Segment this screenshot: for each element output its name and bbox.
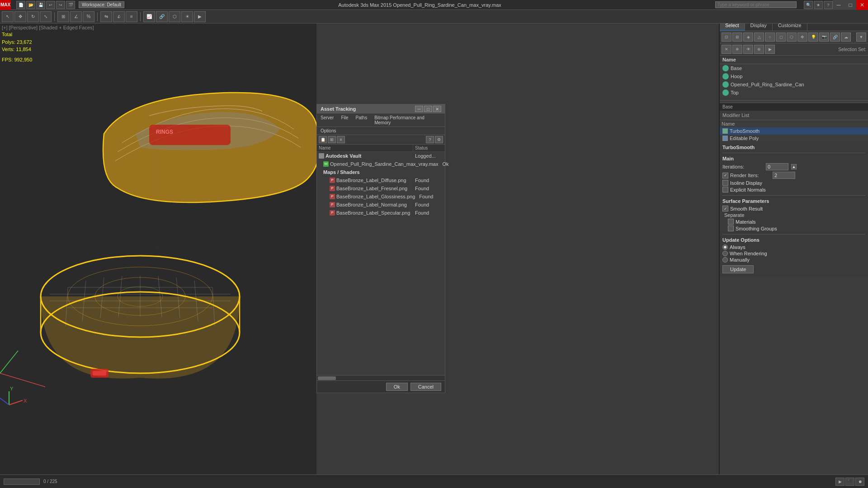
snap-toggle-icon[interactable]: ⊞ [57, 11, 69, 22]
at-hscrollbar[interactable] [317, 375, 445, 380]
workspace-label[interactable]: Workspace: Default [79, 1, 124, 8]
ts-smoothing-checkbox[interactable] [728, 225, 734, 231]
sfs-icon-3[interactable]: ◈ [743, 33, 753, 42]
at-minimize-btn[interactable]: ─ [415, 106, 423, 112]
scene-item-hoop[interactable]: Hoop [720, 72, 868, 80]
at-scrollbar-thumb[interactable] [318, 376, 336, 380]
sfs-icon-filter[interactable]: ▼ [856, 33, 866, 42]
open-icon[interactable]: 📂 [26, 1, 35, 9]
at-tool-icon-1[interactable]: 📋 [319, 136, 327, 143]
new-icon[interactable]: 📄 [16, 1, 25, 9]
sfs-icon-10[interactable]: 📷 [819, 33, 829, 42]
ts-update-button[interactable]: Update [722, 265, 754, 273]
at-tool-icon-3[interactable]: ≡ [337, 136, 345, 143]
viewport-3d[interactable]: RINGS X Y [0, 23, 316, 474]
at-close-btn[interactable]: ✕ [433, 106, 441, 112]
bottom-record-icon[interactable]: ⏺ [855, 478, 864, 486]
sfs-icon-11[interactable]: 🔗 [830, 33, 840, 42]
sfs-icon-5[interactable]: ○ [765, 33, 775, 42]
ts-renderiters-checkbox[interactable] [722, 173, 728, 178]
ts-iterations-input[interactable] [766, 163, 788, 170]
at-tool-icon-2[interactable]: ⊞ [328, 136, 336, 143]
move-tool-icon[interactable]: ✥ [14, 11, 26, 22]
ts-materials-checkbox[interactable] [728, 219, 734, 225]
scene-item-pullring[interactable]: Opened_Pull_Ring_Sardine_Can [720, 80, 868, 89]
curve-editor-icon[interactable]: 📈 [143, 11, 155, 22]
at-options-item[interactable]: Options [319, 128, 338, 134]
stats-fps: FPS: 992,950 [2, 56, 32, 64]
sfs-icon-6[interactable]: ◻ [776, 33, 786, 42]
redo-icon[interactable]: ↪ [56, 1, 65, 9]
maximize-button[interactable]: □ [844, 0, 856, 10]
search-input[interactable] [715, 1, 797, 8]
sfs-all-icon[interactable]: ⊕ [754, 45, 764, 54]
ts-iterations-row: Iterations: ▲ [722, 163, 865, 170]
at-row-diffuse[interactable]: P BaseBronze_Label_Diffuse.png Found [317, 176, 445, 184]
sfs-icon-1[interactable]: ⊡ [722, 33, 731, 42]
at-cancel-button[interactable]: Cancel [410, 383, 441, 391]
at-ok-button[interactable]: Ok [386, 383, 408, 391]
scene-items-list: Base Hoop Opened_Pull_Ring_Sardine_Can T… [720, 64, 868, 97]
at-row-maps[interactable]: Maps / Shaders [317, 168, 445, 176]
sfs-freeze-icon[interactable]: ❄ [732, 45, 742, 54]
sfs-icon-9[interactable]: 💡 [808, 33, 818, 42]
layer-icon[interactable]: ≡ [126, 11, 137, 22]
help-search-icon[interactable]: 🔍 [804, 1, 813, 9]
window-controls: ─ □ ✕ [833, 0, 868, 10]
at-row-normal[interactable]: P BaseBronze_Label_Normal.png Found [317, 201, 445, 209]
sfs-hide-icon[interactable]: 👁 [743, 45, 753, 54]
ts-always-radio[interactable] [722, 244, 728, 250]
percent-snap-icon[interactable]: % [83, 11, 94, 22]
sfs-icon-2[interactable]: ⊞ [732, 33, 742, 42]
select-tool-icon[interactable]: ↖ [2, 11, 14, 22]
scene-item-base[interactable]: Base [720, 64, 868, 72]
sfs-icon-12[interactable]: ☁ [841, 33, 851, 42]
ts-renderiters-input[interactable] [773, 172, 795, 179]
scale-tool-icon[interactable]: ⤡ [40, 11, 52, 22]
at-row-specular[interactable]: P BaseBronze_Label_Specular.png Found [317, 209, 445, 217]
sfs-close-icon[interactable]: ✕ [722, 45, 731, 54]
at-tool-icon-settings[interactable]: ⚙ [435, 136, 443, 143]
ts-manually-radio[interactable] [722, 257, 728, 263]
sfs-icon-8[interactable]: ✥ [797, 33, 807, 42]
at-menu-bitmap[interactable]: Bitmap Performance and Memory [373, 115, 443, 126]
ts-explicit-checkbox[interactable] [722, 187, 728, 192]
mod-item-edpoly[interactable]: Editable Poly [720, 135, 868, 142]
quick-render-icon[interactable]: ▶ [194, 11, 206, 22]
render-icon[interactable]: 🎬 [66, 1, 75, 9]
schematic-view-icon[interactable]: 🔗 [156, 11, 168, 22]
align-icon[interactable]: ⫝̸ [113, 11, 125, 22]
at-menu-file[interactable]: File [339, 115, 350, 126]
at-row-fresnel[interactable]: P BaseBronze_Label_Fresnel.png Found [317, 184, 445, 192]
mirror-icon[interactable]: ⇋ [100, 11, 112, 22]
save-icon[interactable]: 💾 [36, 1, 45, 9]
ts-when-rendering-radio[interactable] [722, 251, 728, 256]
bottom-play-icon[interactable]: ▶ [835, 478, 844, 486]
at-row-maxfile[interactable]: M Opened_Pull_Ring_Sardine_Can_max_vray.… [317, 160, 445, 168]
sfs-more-icon[interactable]: ▶ [765, 45, 775, 54]
mod-item-turbsmooth[interactable]: TurboSmooth [720, 127, 868, 135]
at-tool-icon-help[interactable]: ? [426, 136, 434, 143]
at-maximize-btn[interactable]: □ [424, 106, 432, 112]
scene-item-top[interactable]: Top [720, 89, 868, 97]
material-editor-icon[interactable]: ⬡ [169, 11, 180, 22]
sfs-icon-7[interactable]: ⬡ [787, 33, 797, 42]
bookmark-icon[interactable]: ★ [814, 1, 823, 9]
at-menu-server[interactable]: Server [319, 115, 335, 126]
ts-smooth-result-checkbox[interactable] [722, 206, 728, 211]
at-row-vault[interactable]: Autodesk Vault Logged... [317, 152, 445, 160]
bottom-stop-icon[interactable]: ⬛ [845, 478, 854, 486]
ts-when-rendering-row: When Rendering [722, 251, 865, 256]
close-button[interactable]: ✕ [856, 0, 868, 10]
undo-icon[interactable]: ↩ [46, 1, 55, 9]
sfs-icon-4[interactable]: △ [754, 33, 764, 42]
render-setup-icon[interactable]: ☀ [181, 11, 193, 22]
minimize-button[interactable]: ─ [833, 0, 844, 10]
ts-iterations-spinner[interactable]: ▲ [791, 164, 797, 169]
at-row-glossiness[interactable]: P BaseBronze_Label_Glossiness.png Found [317, 192, 445, 201]
at-menu-paths[interactable]: Paths [354, 115, 369, 126]
help-icon[interactable]: ? [824, 1, 833, 9]
ts-isoline-checkbox[interactable] [722, 180, 728, 186]
angle-snap-icon[interactable]: ∠ [70, 11, 82, 22]
rotate-tool-icon[interactable]: ↻ [27, 11, 39, 22]
